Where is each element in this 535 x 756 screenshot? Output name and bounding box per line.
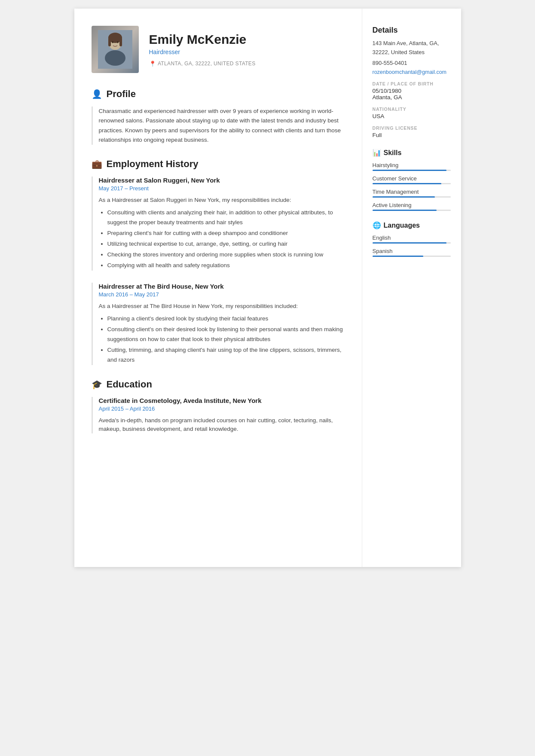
employment-icon: 💼 xyxy=(92,159,102,169)
left-column: Emily McKenzie Hairdresser 📍 ATLANTA, GA… xyxy=(74,9,362,567)
list-item: Complying with all health and safety reg… xyxy=(107,261,346,271)
list-item: Consulting with clients and analyzing th… xyxy=(107,208,346,228)
languages-header: 🌐 Languages xyxy=(373,221,451,229)
job-title-2: Hairdresser at The Bird House, New York xyxy=(99,283,346,290)
education-section-header: 🎓 Education xyxy=(92,379,346,390)
lang-spanish: Spanish xyxy=(373,248,451,257)
skill-listening: Active Listening xyxy=(373,202,451,211)
skill-bar-hairstyling-fill xyxy=(373,170,447,171)
job-title-1: Hairdresser at Salon Ruggeri, New York xyxy=(99,177,346,184)
skill-name-listening: Active Listening xyxy=(373,202,451,208)
header: Emily McKenzie Hairdresser 📍 ATLANTA, GA… xyxy=(92,26,346,73)
lang-bar-english-bg xyxy=(373,242,451,244)
skill-bar-hairstyling-bg xyxy=(373,170,451,171)
skill-bar-time-fill xyxy=(373,196,435,198)
svg-rect-4 xyxy=(119,38,122,46)
skill-hairstyling: Hairstyling xyxy=(373,162,451,171)
edu-date-1: April 2015 – April 2016 xyxy=(99,405,346,412)
details-driving: Full xyxy=(373,132,451,138)
job-date-1: May 2017 – Present xyxy=(99,185,346,192)
lang-name-english: English xyxy=(373,235,451,241)
job-intro-2: As a Hairdresser at The Bird House in Ne… xyxy=(99,302,346,311)
skill-name-customer: Customer Service xyxy=(373,175,451,182)
details-nationality: USA xyxy=(373,113,451,119)
skill-customer: Customer Service xyxy=(373,175,451,184)
location-pin-icon: 📍 xyxy=(149,61,156,67)
candidate-title: Hairdresser xyxy=(149,49,346,55)
header-info: Emily McKenzie Hairdresser 📍 ATLANTA, GA… xyxy=(149,32,346,67)
skill-bar-listening-bg xyxy=(373,210,451,211)
lang-english: English xyxy=(373,235,451,244)
skills-header: 📊 Skills xyxy=(373,149,451,157)
education-icon: 🎓 xyxy=(92,379,102,390)
details-birthplace: Atlanta, GA xyxy=(373,94,451,101)
details-title: Details xyxy=(373,26,451,35)
skill-bar-customer-bg xyxy=(373,183,451,184)
job-bullets-2: Planning a client's desired look by stud… xyxy=(99,314,346,365)
list-item: Consulting client's on their desired loo… xyxy=(107,325,346,344)
details-dob: 05/10/1980 xyxy=(373,88,451,94)
job-date-2: March 2016 – May 2017 xyxy=(99,291,346,298)
skill-bar-listening-fill xyxy=(373,210,437,211)
profile-section-header: 👤 Profile xyxy=(92,88,346,100)
skill-name-hairstyling: Hairstyling xyxy=(373,162,451,168)
list-item: Utilizing technical expertise to cut, ar… xyxy=(107,239,346,249)
skill-bar-time-bg xyxy=(373,196,451,198)
job-entry-2: Hairdresser at The Bird House, New York … xyxy=(92,283,346,365)
list-item: Preparing client's hair for cutting with… xyxy=(107,229,346,238)
skill-time: Time Management xyxy=(373,189,451,198)
profile-icon: 👤 xyxy=(92,89,102,99)
candidate-name: Emily McKenzie xyxy=(149,32,346,47)
job-intro-1: As a Hairdresser at Salon Ruggeri in New… xyxy=(99,196,346,204)
lang-bar-spanish-bg xyxy=(373,256,451,257)
list-item: Cutting, trimming, and shaping client's … xyxy=(107,345,346,365)
svg-rect-3 xyxy=(108,38,111,46)
education-section: 🎓 Education Certificate in Cosmetology, … xyxy=(92,379,346,434)
employment-title: Employment History xyxy=(107,159,199,170)
employment-section: 💼 Employment History Hairdresser at Salo… xyxy=(92,159,346,365)
languages-title: Languages xyxy=(384,222,420,229)
svg-point-5 xyxy=(105,50,125,66)
details-section: Details 143 Main Ave, Atlanta, GA, 32222… xyxy=(373,26,451,138)
skills-title: Skills xyxy=(384,149,402,157)
svg-point-7 xyxy=(117,41,119,43)
profile-text: Charasmatic and experienced hairdresser … xyxy=(92,107,346,145)
list-item: Checking the stores inventory and orderi… xyxy=(107,250,346,260)
skill-bar-customer-fill xyxy=(373,183,441,184)
svg-point-6 xyxy=(112,41,113,43)
job-entry-1: Hairdresser at Salon Ruggeri, New York M… xyxy=(92,177,346,271)
education-title: Education xyxy=(107,379,152,390)
list-item: Planning a client's desired look by stud… xyxy=(107,314,346,324)
driving-label: DRIVING LICENSE xyxy=(373,125,451,131)
details-address: 143 Main Ave, Atlanta, GA, 32222, United… xyxy=(373,39,451,57)
edu-text-1: Aveda's in-depth, hands on program inclu… xyxy=(99,416,346,434)
resume-container: Emily McKenzie Hairdresser 📍 ATLANTA, GA… xyxy=(74,9,461,567)
profile-section: 👤 Profile Charasmatic and experienced ha… xyxy=(92,88,346,145)
avatar xyxy=(92,26,139,73)
nationality-label: NATIONALITY xyxy=(373,107,451,112)
edu-title-1: Certificate in Cosmetology, Aveda Instit… xyxy=(99,397,346,404)
profile-title: Profile xyxy=(107,88,136,100)
lang-bar-english-fill xyxy=(373,242,447,244)
dob-label: DATE / PLACE OF BIRTH xyxy=(373,81,451,86)
details-email: rozenboomchantal@gmail.com xyxy=(373,69,451,75)
lang-name-spanish: Spanish xyxy=(373,248,451,254)
lang-bar-spanish-fill xyxy=(373,256,423,257)
languages-section: 🌐 Languages English Spanish xyxy=(373,221,451,257)
details-phone: 890-555-0401 xyxy=(373,59,451,68)
right-column: Details 143 Main Ave, Atlanta, GA, 32222… xyxy=(362,9,461,567)
job-bullets-1: Consulting with clients and analyzing th… xyxy=(99,208,346,271)
skill-name-time: Time Management xyxy=(373,189,451,195)
skills-icon: 📊 xyxy=(373,149,381,157)
employment-section-header: 💼 Employment History xyxy=(92,159,346,170)
skills-section: 📊 Skills Hairstyling Customer Service Ti… xyxy=(373,149,451,211)
candidate-location: 📍 ATLANTA, GA, 32222, UNITED STATES xyxy=(149,61,346,67)
education-entry-1: Certificate in Cosmetology, Aveda Instit… xyxy=(92,397,346,434)
languages-icon: 🌐 xyxy=(373,221,381,229)
